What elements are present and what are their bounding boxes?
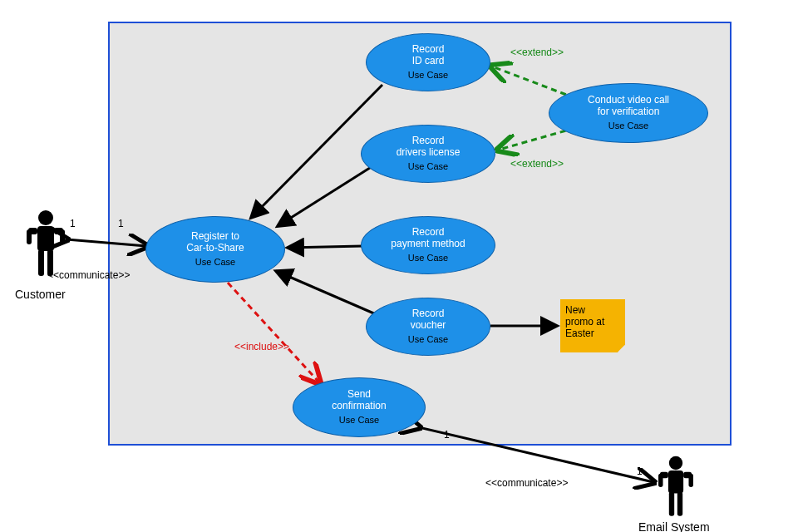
label-communicate-1: <<communicate>> <box>47 269 130 281</box>
diagram-canvas: Register to Car-to-Share Use Case Record… <box>0 0 798 532</box>
usecase-subtitle: Use Case <box>608 121 648 131</box>
usecase-title-line1: Record <box>412 44 445 56</box>
usecase-title-line1: Send <box>347 389 371 401</box>
usecase-subtitle: Use Case <box>408 70 448 81</box>
usecase-title-line1: Register to <box>191 231 239 243</box>
usecase-title-line2: ID card <box>412 56 445 67</box>
actor-email-icon <box>657 454 695 522</box>
svg-point-8 <box>669 456 682 470</box>
usecase-id-card: Record ID card Use Case <box>366 33 490 91</box>
usecase-title-line1: Record <box>412 135 445 147</box>
multiplicity: 1 <box>118 218 124 229</box>
note-line: promo at <box>565 316 620 328</box>
svg-rect-15 <box>677 492 682 516</box>
usecase-subtitle: Use Case <box>408 253 448 264</box>
svg-rect-4 <box>27 229 32 244</box>
svg-rect-14 <box>669 492 674 516</box>
note-line: Easter <box>565 328 620 339</box>
usecase-video-call: Conduct video call for verification Use … <box>549 83 708 143</box>
usecase-title-line1: Conduct video call <box>588 95 669 106</box>
usecase-title-line2: for verification <box>598 106 660 118</box>
usecase-subtitle: Use Case <box>339 415 379 426</box>
usecase-subtitle: Use Case <box>408 161 448 172</box>
note-line: New <box>565 304 620 316</box>
multiplicity: 1 <box>637 466 643 477</box>
label-extend-1: <<extend>> <box>510 47 564 58</box>
svg-rect-12 <box>658 474 663 487</box>
usecase-subtitle: Use Case <box>408 334 448 345</box>
note-promo: New promo at Easter <box>560 299 625 352</box>
usecase-subtitle: Use Case <box>195 257 235 268</box>
svg-rect-1 <box>37 226 54 251</box>
usecase-drivers-license: Record drivers license Use Case <box>361 125 495 183</box>
usecase-title-line2: drivers license <box>397 147 461 159</box>
actor-email-label: Email System <box>638 520 710 532</box>
usecase-title-line1: Record <box>412 227 445 239</box>
usecase-send-confirmation: Send confirmation Use Case <box>293 377 426 437</box>
label-extend-2: <<extend>> <box>510 158 564 170</box>
multiplicity: 1 <box>70 218 76 229</box>
usecase-register: Register to Car-to-Share Use Case <box>145 216 285 283</box>
svg-rect-9 <box>668 470 683 493</box>
svg-point-0 <box>38 210 53 225</box>
usecase-title-line2: voucher <box>411 320 446 332</box>
actor-customer-label: Customer <box>15 288 66 301</box>
svg-rect-13 <box>688 474 692 487</box>
usecase-title-line2: Car-to-Share <box>186 243 244 254</box>
svg-rect-5 <box>60 229 65 244</box>
usecase-voucher: Record voucher Use Case <box>366 298 490 356</box>
multiplicity: 1 <box>444 429 450 441</box>
usecase-payment-method: Record payment method Use Case <box>361 216 495 274</box>
usecase-title-line1: Record <box>412 308 445 320</box>
usecase-title-line2: payment method <box>391 239 465 250</box>
usecase-title-line2: confirmation <box>332 401 386 412</box>
label-communicate-2: <<communicate>> <box>485 477 568 489</box>
label-include: <<include>> <box>234 341 289 352</box>
svg-rect-6 <box>38 249 44 276</box>
